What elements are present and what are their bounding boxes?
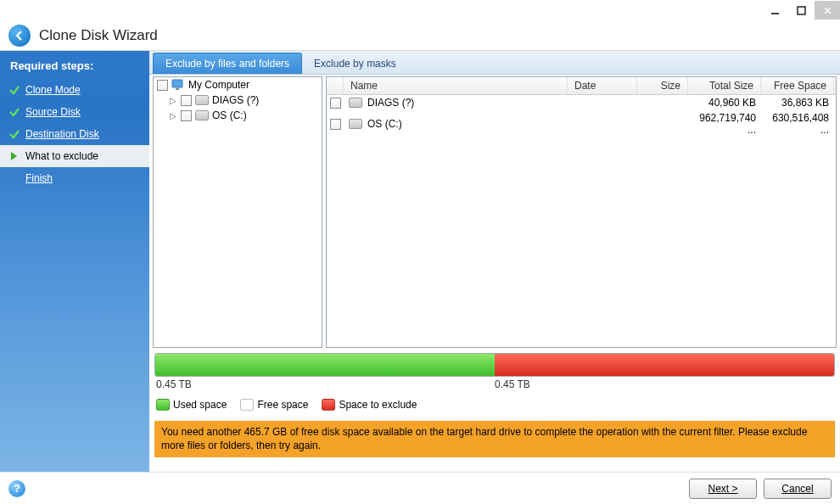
help-button[interactable]: ? <box>8 480 25 497</box>
list-row[interactable]: DIAGS (?) 40,960 KB 36,863 KB <box>327 95 836 110</box>
capacity-bar: 0.45 TB 0.45 TB <box>154 353 835 390</box>
drive-icon <box>195 110 209 120</box>
computer-icon <box>171 79 185 91</box>
swatch-free <box>240 399 254 411</box>
svg-rect-5 <box>176 88 179 90</box>
exclude-label: 0.45 TB <box>495 378 530 390</box>
expand-toggle[interactable]: ▷ <box>169 96 177 105</box>
next-button[interactable]: Next > <box>689 479 757 499</box>
sidebar: Required steps: Clone Mode Source Disk D… <box>0 51 149 472</box>
checkbox[interactable] <box>330 98 341 109</box>
tab-bar: Exclude by files and folders Exclude by … <box>149 51 840 75</box>
swatch-exclude <box>322 399 335 411</box>
list-row[interactable]: OS (C:) 962,719,740 ... 630,516,408 ... <box>327 110 836 137</box>
header: Clone Disk Wizard <box>0 20 840 51</box>
arrow-right-icon <box>8 150 20 162</box>
drive-icon <box>349 98 362 108</box>
col-free[interactable]: Free Space <box>761 77 834 94</box>
back-button[interactable] <box>8 25 31 47</box>
maximize-button[interactable] <box>788 1 814 20</box>
tab-exclude-files[interactable]: Exclude by files and folders <box>153 53 302 74</box>
close-button[interactable] <box>815 1 840 20</box>
check-icon <box>8 84 20 96</box>
main-panel: Exclude by files and folders Exclude by … <box>149 51 840 472</box>
tree-item-os[interactable]: ▷ OS (C:) <box>154 108 322 123</box>
swatch-used <box>156 399 170 411</box>
legend: Used space Free space Space to exclude <box>149 390 840 419</box>
expand-toggle[interactable]: ▷ <box>169 111 177 120</box>
cancel-button[interactable]: Cancel <box>764 479 832 499</box>
checkbox[interactable] <box>181 95 192 106</box>
checkbox[interactable] <box>157 80 168 91</box>
drive-icon <box>349 119 362 129</box>
bar-exclude <box>495 354 834 376</box>
sidebar-step-what-to-exclude[interactable]: What to exclude <box>0 145 149 167</box>
checkbox[interactable] <box>181 110 192 121</box>
col-total[interactable]: Total Size <box>688 77 761 94</box>
minimize-button[interactable] <box>762 1 787 20</box>
tree-item-diags[interactable]: ▷ DIAGS (?) <box>154 92 322 108</box>
col-size[interactable]: Size <box>637 77 688 94</box>
sidebar-step-finish[interactable]: Finish <box>0 167 149 189</box>
drive-icon <box>195 95 209 105</box>
tree-panel[interactable]: My Computer ▷ DIAGS (?) ▷ OS (C:) <box>153 76 322 348</box>
tab-exclude-masks[interactable]: Exclude by masks <box>302 53 408 74</box>
arrow-left-icon <box>14 30 25 42</box>
footer: ? Next > Cancel <box>0 472 840 504</box>
svg-rect-4 <box>172 80 182 87</box>
check-icon <box>8 106 20 118</box>
svg-rect-1 <box>798 7 805 14</box>
checkbox[interactable] <box>330 119 341 130</box>
titlebar <box>0 0 840 20</box>
used-label: 0.45 TB <box>154 378 495 390</box>
col-date[interactable]: Date <box>568 77 637 94</box>
page-title: Clone Disk Wizard <box>39 27 158 44</box>
sidebar-step-source-disk[interactable]: Source Disk <box>0 101 149 123</box>
check-icon <box>8 128 20 140</box>
list-header: Name Date Size Total Size Free Space <box>327 77 836 95</box>
tree-root[interactable]: My Computer <box>154 77 322 92</box>
warning-banner: You need another 465.7 GB of free disk s… <box>154 421 835 457</box>
sidebar-step-destination-disk[interactable]: Destination Disk <box>0 123 149 145</box>
list-panel[interactable]: Name Date Size Total Size Free Space DIA… <box>326 76 837 348</box>
sidebar-heading: Required steps: <box>0 56 149 79</box>
bar-used <box>155 354 495 376</box>
col-name[interactable]: Name <box>344 77 568 94</box>
sidebar-step-clone-mode[interactable]: Clone Mode <box>0 79 149 101</box>
